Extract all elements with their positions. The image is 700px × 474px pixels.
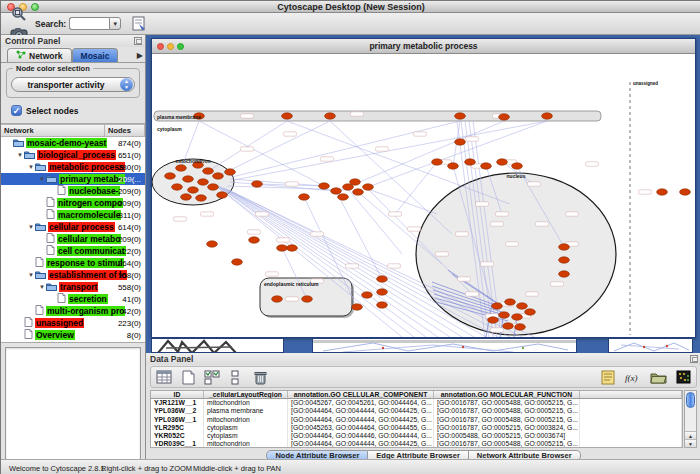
scrollbar-thumb[interactable] <box>686 392 695 408</box>
network-edge[interactable] <box>336 191 382 279</box>
tree-item-establishment-of-lo[interactable]: ▼establishment of lo558(0) <box>1 269 145 281</box>
network-edge[interactable] <box>368 189 437 214</box>
network-node[interactable] <box>217 192 228 198</box>
select-nodes-checkbox[interactable]: ✓ <box>11 105 22 116</box>
network-node[interactable] <box>455 113 466 119</box>
tree-item-multi-organism-pro[interactable]: multi-organism pro42(0) <box>1 305 145 317</box>
network-node[interactable] <box>481 163 492 169</box>
tree-item-unassigned[interactable]: unassigned223(0) <box>1 317 145 329</box>
network-node[interactable] <box>350 179 361 185</box>
attribute-matrix-button[interactable] <box>673 367 693 387</box>
tab-overflow-arrow[interactable]: ▶ <box>137 51 143 60</box>
table-row[interactable]: YLR295Ccytoplasm[GO:0045263, GO:0044464,… <box>151 424 682 432</box>
tree-item-cell-communicat[interactable]: cell communicat22(0) <box>1 245 145 257</box>
table-row[interactable]: YPL036W__1mitochondrion[GO:0044464, GO:0… <box>151 416 682 424</box>
network-node[interactable] <box>512 163 523 169</box>
network-node[interactable] <box>512 314 523 320</box>
tree-item-secretion[interactable]: secretion41(0) <box>1 293 145 305</box>
background-window-fragment[interactable] <box>312 338 577 353</box>
tree-item-response-to-stimul[interactable]: response to stimul264(0) <box>1 257 145 269</box>
background-window-fragment[interactable] <box>608 338 693 353</box>
delete-attribute-button[interactable] <box>250 367 270 387</box>
network-node[interactable] <box>225 169 236 175</box>
network-node[interactable] <box>377 289 388 295</box>
network-node[interactable] <box>282 113 293 119</box>
network-edge[interactable] <box>234 121 547 180</box>
zoom-fit-button[interactable] <box>9 4 29 24</box>
search-settings-button[interactable] <box>129 14 149 34</box>
function-builder-button[interactable]: f(x) <box>623 367 643 387</box>
network-node[interactable] <box>505 299 516 305</box>
network-node[interactable] <box>299 194 310 200</box>
search-dropdown-arrow-icon[interactable]: ▼ <box>109 17 121 30</box>
network-node[interactable] <box>338 194 349 200</box>
node-color-select[interactable]: transporter activity ▲▼ <box>11 77 135 92</box>
network-node[interactable] <box>277 245 288 251</box>
table-row[interactable]: YKR052Ccytoplasm[GO:0044464, GO:0044446,… <box>151 432 682 440</box>
network-node[interactable] <box>432 159 443 165</box>
network-node[interactable] <box>249 237 260 243</box>
network-node[interactable] <box>465 159 476 165</box>
network-node[interactable] <box>515 324 526 330</box>
tree-item-transport[interactable]: ▼transport558(0) <box>1 281 145 293</box>
network-node[interactable] <box>272 296 283 302</box>
tree-item-primary-metabo[interactable]: ▼primary metabo209(... <box>1 173 145 185</box>
network-node[interactable] <box>377 276 388 282</box>
import-attributes-button[interactable] <box>648 367 668 387</box>
background-window-fragment[interactable] <box>151 338 284 353</box>
network-node[interactable] <box>559 244 570 250</box>
network-node[interactable] <box>302 296 313 302</box>
scroll-down-icon[interactable]: ▼ <box>685 439 696 447</box>
tree-item-cellular-metabo[interactable]: cellular metabo209(0) <box>1 233 145 245</box>
tree-item-mosaic-demo-yeast[interactable]: mosaic-demo-yeast874(0) <box>1 137 145 149</box>
scroll-up-icon[interactable]: ▲ <box>685 431 696 439</box>
network-node[interactable] <box>542 113 553 119</box>
network-node[interactable] <box>319 183 330 189</box>
network-node[interactable] <box>657 189 668 195</box>
network-node[interactable] <box>353 189 364 195</box>
network-node[interactable] <box>362 292 373 298</box>
network-window-titlebar[interactable]: primary metabolic process <box>152 39 695 54</box>
tree-expander-icon[interactable]: ▼ <box>38 176 46 182</box>
network-node[interactable] <box>183 176 194 182</box>
select-attributes-button[interactable] <box>202 367 222 387</box>
network-node[interactable] <box>232 259 243 265</box>
new-attribute-button[interactable] <box>178 367 198 387</box>
network-edge[interactable] <box>287 121 510 204</box>
network-node[interactable] <box>172 184 183 190</box>
tree-item-macromolecule[interactable]: macromolecule311(0) <box>1 209 145 221</box>
network-node[interactable] <box>213 173 224 179</box>
network-node[interactable] <box>680 189 691 195</box>
network-node[interactable] <box>188 187 199 193</box>
tree-column-nodes[interactable]: Nodes <box>105 124 145 137</box>
table-scrollbar[interactable]: ▲ ▼ <box>684 390 697 448</box>
tree-column-network[interactable]: Network <box>1 124 105 137</box>
tree-item-metabolic-process[interactable]: ▼metabolic process280(0) <box>1 161 145 173</box>
table-row[interactable]: YDR039C__1mitochondrion[GO:0044464, GO:0… <box>151 440 682 448</box>
unselect-attributes-button[interactable] <box>226 367 246 387</box>
network-edge[interactable] <box>230 179 324 186</box>
float-panel-icon[interactable] <box>134 37 142 45</box>
column-header[interactable]: ID <box>151 391 204 399</box>
network-node[interactable] <box>455 139 466 145</box>
network-node[interactable] <box>325 113 336 119</box>
network-node[interactable] <box>208 184 219 190</box>
network-node[interactable] <box>499 114 510 120</box>
network-node[interactable] <box>363 184 374 190</box>
network-node[interactable] <box>196 195 207 201</box>
tree-expander-icon[interactable]: ▼ <box>38 284 46 290</box>
network-node[interactable] <box>488 317 499 323</box>
tree-item-nucleobase-[interactable]: nucleobase-209(0) <box>1 185 145 197</box>
table-row[interactable]: YJR121W__1mitochondrion[GO:0045267, GO:0… <box>151 399 682 407</box>
window-titlebar[interactable]: Cytoscape Desktop (New Session) <box>1 1 700 13</box>
column-header[interactable]: _cellularLayoutRegion <box>204 391 288 399</box>
network-node[interactable] <box>176 165 187 171</box>
network-node[interactable] <box>207 241 218 247</box>
network-node[interactable] <box>448 163 459 169</box>
network-node[interactable] <box>499 312 510 318</box>
network-node[interactable] <box>198 179 209 185</box>
network-node[interactable] <box>377 302 388 308</box>
network-canvas[interactable]: plasma membranecytoplasmmitochondrionnuc… <box>152 54 695 337</box>
tree-expander-icon[interactable]: ▼ <box>27 272 35 278</box>
combo-stepper-icon[interactable]: ▲▼ <box>120 78 133 91</box>
